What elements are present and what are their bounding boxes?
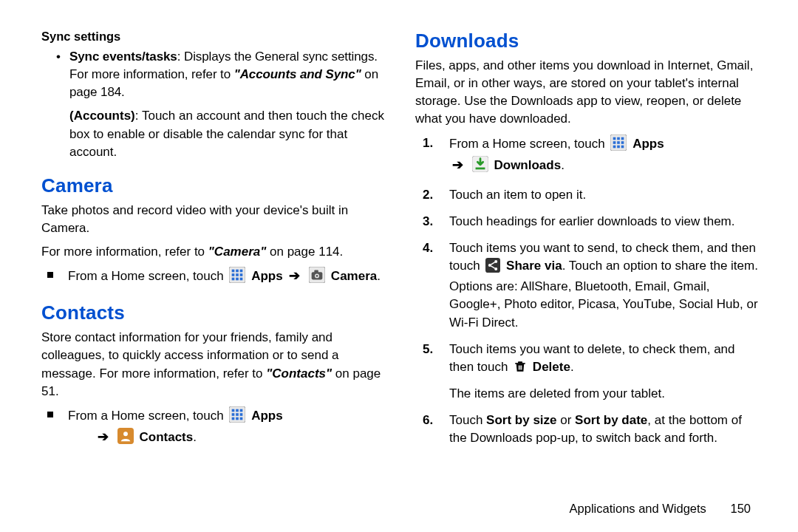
- contacts-heading: Contacts: [41, 301, 387, 324]
- share-via-label: Share via: [506, 259, 562, 273]
- footer-section: Applications and Widgets: [570, 502, 706, 515]
- delete-label: Delete: [533, 360, 570, 374]
- accounts-paragraph: (Accounts): Touch an account and then to…: [69, 107, 387, 160]
- camera-step-lead: From a Home screen, touch: [68, 269, 227, 283]
- camera-ref-b: on page 114.: [266, 245, 343, 259]
- camera-ref-a: For more information, refer to: [41, 245, 208, 259]
- contacts-step: From a Home screen, touch Apps ➔ Contact…: [68, 406, 387, 449]
- step5-result: The items are deleted from your tablet.: [449, 385, 761, 403]
- step-num: 4.: [423, 239, 433, 257]
- step-3: 3. Touch headings for earlier downloads …: [449, 213, 761, 231]
- step-num: 2.: [423, 186, 433, 204]
- share-icon: [485, 258, 500, 278]
- downloads-heading: Downloads: [415, 30, 761, 52]
- step-5: 5. Touch items you want to delete, to ch…: [449, 341, 761, 403]
- contacts-ref-ital: "Contacts": [266, 366, 332, 381]
- accounts-lead: (Accounts): [69, 109, 135, 123]
- downloads-steps: 1. From a Home screen, touch Apps ➔ Down…: [415, 134, 761, 448]
- step-num: 3.: [423, 213, 433, 231]
- camera-heading: Camera: [41, 174, 387, 197]
- step2-text: Touch an item to open it.: [449, 188, 586, 202]
- contacts-step-line2: ➔ Contacts.: [95, 428, 387, 449]
- contacts-label: Contacts: [139, 430, 193, 444]
- step1-line2: ➔ Downloads.: [449, 156, 761, 177]
- step1-lead: From a Home screen, touch: [449, 137, 608, 151]
- sync-events-ref: "Accounts and Sync": [234, 67, 361, 81]
- step6-or: or: [557, 413, 576, 427]
- trash-icon: [514, 359, 527, 379]
- step-num: 5.: [423, 341, 433, 358]
- left-column: Sync settings Sync events/tasks: Display…: [41, 30, 387, 456]
- sync-bullet-list: Sync events/tasks: Displays the General …: [56, 48, 387, 101]
- sort-size-label: Sort by size: [486, 413, 556, 427]
- sync-events-lead: Sync events/tasks: [69, 50, 177, 64]
- arrow-icon: ➔: [452, 157, 463, 172]
- page-footer: Applications and Widgets 150: [570, 502, 751, 516]
- apps-icon: [229, 406, 245, 428]
- step5-a: Touch items you want to delete, to check…: [449, 342, 735, 374]
- step-2: 2. Touch an item to open it.: [449, 186, 761, 204]
- sort-date-label: Sort by date: [575, 413, 647, 427]
- contacts-desc: Store contact information for your frien…: [41, 329, 387, 400]
- step6-a: Touch: [449, 413, 486, 427]
- camera-icon: [309, 267, 325, 288]
- camera-desc: Take photos and record video with your d…: [41, 202, 387, 237]
- contacts-step-list: From a Home screen, touch Apps ➔ Contact…: [41, 406, 387, 449]
- camera-ref-ital: "Camera": [208, 245, 267, 259]
- step3-text: Touch headings for earlier downloads to …: [449, 214, 735, 228]
- camera-label: Camera: [331, 269, 377, 283]
- downloads-icon: [472, 156, 488, 177]
- apps-label-2: Apps: [251, 409, 283, 423]
- step-1: 1. From a Home screen, touch Apps ➔ Down…: [449, 134, 761, 177]
- apps-label-3: Apps: [632, 137, 664, 151]
- camera-ref-line: For more information, refer to "Camera" …: [41, 243, 387, 261]
- apps-label: Apps: [251, 269, 283, 283]
- right-column: Downloads Files, apps, and other items y…: [415, 30, 761, 456]
- sync-events-bullet: Sync events/tasks: Displays the General …: [69, 48, 387, 101]
- step-6: 6. Touch Sort by size or Sort by date, a…: [449, 412, 761, 447]
- sync-settings-heading: Sync settings: [41, 30, 387, 44]
- downloads-intro: Files, apps, and other items you downloa…: [415, 57, 761, 129]
- apps-icon: [610, 134, 627, 156]
- manual-page: Sync settings Sync events/tasks: Display…: [0, 0, 798, 471]
- step5-b: .: [570, 360, 574, 374]
- step-num: 6.: [423, 412, 433, 429]
- contacts-step-lead: From a Home screen, touch: [68, 409, 227, 423]
- downloads-label: Downloads: [494, 158, 561, 172]
- arrow-icon: ➔: [289, 268, 300, 283]
- contacts-icon: [117, 428, 134, 449]
- apps-icon: [229, 267, 245, 288]
- step-4: 4. Touch items you want to send, to chec…: [449, 239, 761, 332]
- camera-step-list: From a Home screen, touch Apps ➔ Camera.: [41, 267, 387, 288]
- step-num: 1.: [423, 134, 433, 152]
- arrow-icon: ➔: [98, 429, 109, 444]
- footer-page-number: 150: [730, 502, 751, 515]
- camera-step: From a Home screen, touch Apps ➔ Camera.: [68, 267, 387, 288]
